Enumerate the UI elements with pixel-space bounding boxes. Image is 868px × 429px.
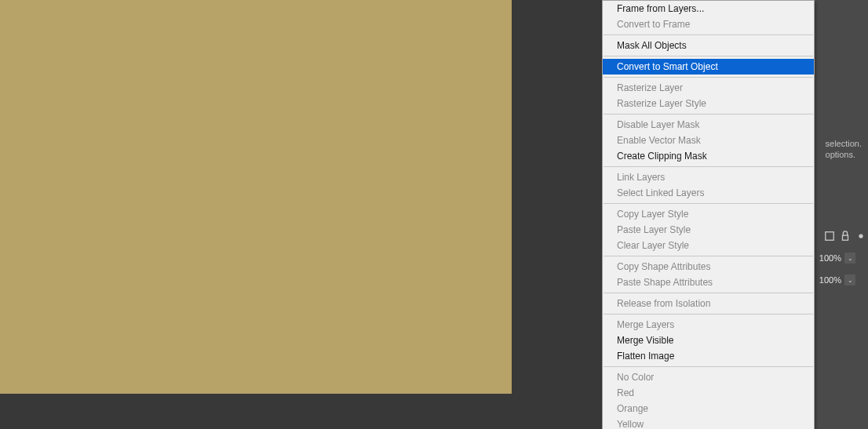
opacity-value: 100% — [819, 253, 841, 263]
menu-separator — [604, 166, 813, 167]
menu-separator — [604, 56, 813, 56]
menu-item-rasterize-layer-style: Rasterize Layer Style — [603, 96, 814, 111]
menu-item-enable-vector-mask: Enable Vector Mask — [603, 133, 814, 148]
menu-item-copy-shape-attributes: Copy Shape Attributes — [603, 259, 814, 274]
lock-icon[interactable] — [840, 231, 851, 242]
hint-line-2: options. — [826, 150, 856, 159]
dot-icon[interactable] — [855, 231, 866, 242]
menu-item-select-linked-layers: Select Linked Layers — [603, 185, 814, 201]
menu-separator — [604, 256, 813, 256]
menu-separator — [604, 366, 813, 367]
svg-rect-1 — [843, 235, 848, 240]
panel-iconbar — [824, 231, 866, 242]
menu-item-convert-to-smart-object[interactable]: Convert to Smart Object — [603, 59, 814, 75]
opacity-control[interactable]: 100% ⌄ — [819, 251, 855, 265]
menu-item-rasterize-layer: Rasterize Layer — [603, 80, 814, 96]
menu-item-copy-layer-style: Copy Layer Style — [603, 206, 814, 222]
menu-item-mask-all-objects[interactable]: Mask All Objects — [603, 38, 814, 53]
menu-item-release-from-isolation: Release from Isolation — [603, 296, 814, 311]
menu-item-no-color: No Color — [603, 369, 814, 385]
menu-item-yellow: Yellow — [603, 416, 814, 429]
menu-separator — [604, 77, 813, 78]
right-panel: selection. options. 100% ⌄ 100% ⌄ — [813, 0, 868, 429]
svg-rect-0 — [826, 232, 834, 241]
menu-separator — [604, 293, 813, 293]
menu-separator — [604, 203, 813, 204]
menu-separator — [604, 114, 813, 115]
menu-separator — [604, 314, 813, 314]
menu-item-orange: Orange — [603, 401, 814, 416]
menu-item-merge-visible[interactable]: Merge Visible — [603, 333, 814, 348]
chevron-down-icon[interactable]: ⌄ — [844, 253, 855, 264]
menu-item-convert-to-frame: Convert to Frame — [603, 16, 814, 32]
menu-item-red: Red — [603, 385, 814, 401]
panel-hint-text: selection. options. — [826, 138, 862, 160]
svg-point-2 — [859, 234, 863, 238]
fill-value: 100% — [819, 275, 841, 285]
chevron-down-icon[interactable]: ⌄ — [844, 274, 855, 285]
menu-item-paste-shape-attributes: Paste Shape Attributes — [603, 274, 814, 290]
menu-item-link-layers: Link Layers — [603, 169, 814, 185]
menu-item-flatten-image[interactable]: Flatten Image — [603, 348, 814, 364]
canvas-area[interactable] — [0, 0, 512, 394]
menu-separator — [604, 35, 813, 35]
menu-item-paste-layer-style: Paste Layer Style — [603, 222, 814, 238]
layer-context-menu: Frame from Layers...Convert to FrameMask… — [602, 0, 815, 429]
menu-item-merge-layers: Merge Layers — [603, 317, 814, 333]
fill-control[interactable]: 100% ⌄ — [819, 273, 855, 287]
menu-item-disable-layer-mask: Disable Layer Mask — [603, 117, 814, 133]
menu-item-clear-layer-style: Clear Layer Style — [603, 238, 814, 253]
hint-line-1: selection. — [826, 139, 862, 148]
crop-icon[interactable] — [824, 231, 835, 242]
menu-item-frame-from-layers[interactable]: Frame from Layers... — [603, 1, 814, 16]
menu-item-create-clipping-mask[interactable]: Create Clipping Mask — [603, 148, 814, 164]
